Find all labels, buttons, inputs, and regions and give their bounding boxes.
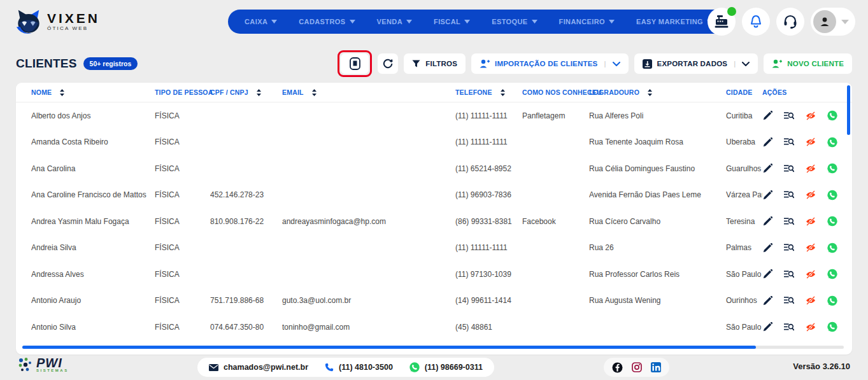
edit-button[interactable]: [762, 322, 772, 332]
view-details-button[interactable]: [784, 164, 794, 174]
deactivate-button[interactable]: [806, 295, 816, 306]
nav-menu-item-caixa[interactable]: CAIXA: [245, 18, 277, 25]
column-header-cpf-cnpj[interactable]: CPF / CNPJ: [210, 88, 282, 96]
whatsapp-icon: [827, 163, 837, 174]
user-menu-button[interactable]: [811, 8, 855, 36]
column-header-cidade[interactable]: CIDADE: [726, 88, 762, 96]
whatsapp-button[interactable]: [827, 190, 837, 200]
view-details-button[interactable]: [784, 322, 794, 332]
new-client-button[interactable]: NOVO CLIENTE: [764, 53, 852, 74]
view-details-button[interactable]: [784, 295, 794, 306]
column-header-logradouro[interactable]: LOGRADOURO: [589, 88, 726, 96]
edit-button[interactable]: [762, 295, 772, 306]
edit-button[interactable]: [762, 164, 772, 174]
support-headset-button[interactable]: [776, 8, 804, 36]
cell-logradouro: Rua Tenente Joaquim Rosa: [589, 137, 726, 146]
vixen-logo[interactable]: VIXEN ÓTICA WEB: [14, 8, 100, 35]
facebook-link[interactable]: [612, 362, 623, 373]
footer-email-link[interactable]: chamados@pwi.net.br: [209, 363, 308, 372]
new-client-label: NOVO CLIENTE: [787, 60, 844, 67]
chevron-down-icon[interactable]: [613, 62, 620, 66]
filters-button[interactable]: FILTROS: [404, 53, 466, 74]
whatsapp-button[interactable]: [827, 322, 837, 332]
instagram-link[interactable]: [632, 362, 642, 372]
nav-menu-item-venda[interactable]: VENDA: [377, 18, 413, 25]
pos-register-button[interactable]: [708, 8, 736, 36]
view-details-button[interactable]: [784, 111, 794, 121]
chevron-down-icon: [464, 20, 470, 24]
view-details-button[interactable]: [784, 137, 794, 147]
chevron-down-icon[interactable]: [742, 62, 750, 66]
deactivate-button[interactable]: [806, 322, 816, 332]
deactivate-button[interactable]: [806, 243, 816, 253]
horizontal-scrollbar-thumb[interactable]: [22, 346, 756, 349]
refresh-button[interactable]: [378, 53, 398, 74]
deactivate-button[interactable]: [806, 111, 816, 121]
column-header-a-es[interactable]: AÇÕES: [762, 88, 852, 96]
sort-icon[interactable]: [648, 89, 652, 96]
sort-icon[interactable]: [257, 89, 261, 96]
pencil-icon: [763, 243, 772, 253]
import-clients-button[interactable]: IMPORTAÇÃO DE CLIENTES |: [471, 53, 629, 74]
sort-icon[interactable]: [312, 89, 317, 96]
whatsapp-button[interactable]: [827, 269, 837, 279]
brand-name: VIXEN: [47, 12, 100, 25]
sort-icon[interactable]: [60, 89, 64, 96]
deactivate-button[interactable]: [806, 269, 816, 279]
column-header-email[interactable]: EMAIL: [282, 88, 455, 96]
export-data-button[interactable]: EXPORTAR DADOS |: [634, 53, 758, 74]
person-plus-icon: [772, 59, 782, 68]
nav-menu-item-easy-marketing[interactable]: EASY MARKETING: [636, 18, 713, 25]
edit-button[interactable]: [762, 269, 772, 279]
cell-tipo-de-pessoa: FÍSICA: [155, 296, 210, 305]
whatsapp-button[interactable]: [827, 164, 837, 174]
footer-phone-link[interactable]: (11) 4810-3500: [325, 363, 393, 372]
deactivate-button[interactable]: [806, 216, 816, 227]
edit-button[interactable]: [762, 216, 772, 227]
whatsapp-button[interactable]: [827, 216, 837, 227]
deactivate-button[interactable]: [806, 137, 816, 147]
view-details-button[interactable]: [784, 216, 794, 227]
linkedin-link[interactable]: [651, 362, 661, 372]
cell-logradouro: Rua 26: [589, 243, 726, 252]
whatsapp-button[interactable]: [827, 111, 837, 121]
notifications-bell-button[interactable]: [742, 8, 770, 36]
whatsapp-button[interactable]: [827, 243, 837, 253]
edit-button[interactable]: [762, 243, 772, 253]
card-device-button[interactable]: [341, 53, 369, 74]
pwi-logo[interactable]: PWI SISTEMAS: [18, 357, 69, 372]
sort-icon[interactable]: [501, 89, 505, 96]
cell-tipo-de-pessoa: FÍSICA: [155, 190, 210, 199]
column-header-como-nos-conheceu[interactable]: COMO NOS CONHECEU: [522, 88, 589, 96]
footer-whatsapp-link[interactable]: (11) 98669-0311: [409, 362, 483, 372]
nav-menu-item-fiscal[interactable]: FISCAL: [434, 18, 470, 25]
view-details-button[interactable]: [784, 269, 794, 279]
deactivate-button[interactable]: [806, 190, 816, 200]
chevron-down-icon: [609, 20, 615, 24]
chevron-down-icon: [406, 20, 412, 24]
cell-cidade: Uberaba: [726, 137, 762, 146]
bell-icon: [750, 15, 762, 29]
column-header-telefone[interactable]: TELEFONE: [455, 88, 522, 96]
deactivate-button[interactable]: [806, 164, 816, 174]
edit-button[interactable]: [762, 190, 772, 200]
edit-button[interactable]: [762, 111, 772, 121]
whatsapp-button[interactable]: [827, 137, 837, 147]
cell-nome: Antonio Silva: [31, 323, 155, 332]
cell-tipo-de-pessoa: FÍSICA: [155, 323, 210, 332]
view-details-button[interactable]: [784, 243, 794, 253]
nav-menu-item-cadastros[interactable]: CADASTROS: [299, 18, 355, 25]
edit-button[interactable]: [762, 137, 772, 147]
whatsapp-button[interactable]: [827, 295, 837, 306]
chevron-down-icon: [532, 20, 537, 24]
vertical-scrollbar[interactable]: [847, 85, 850, 135]
column-header-tipo-de-pessoa[interactable]: TIPO DE PESSOA: [155, 88, 210, 96]
nav-menu-item-estoque[interactable]: ESTOQUE: [492, 18, 537, 25]
table-row: Ana Carolina FÍSICA (11) 65214-8952 Rua …: [16, 155, 852, 182]
cell-nome: Andreia Silva: [31, 243, 155, 252]
horizontal-scrollbar-track[interactable]: [22, 346, 844, 349]
nav-menu-item-financeiro[interactable]: FINANCEIRO: [559, 18, 615, 25]
column-header-nome[interactable]: NOME: [31, 88, 155, 96]
view-details-button[interactable]: [784, 190, 794, 200]
cell-telefone: (11) 96903-7836: [455, 190, 522, 199]
